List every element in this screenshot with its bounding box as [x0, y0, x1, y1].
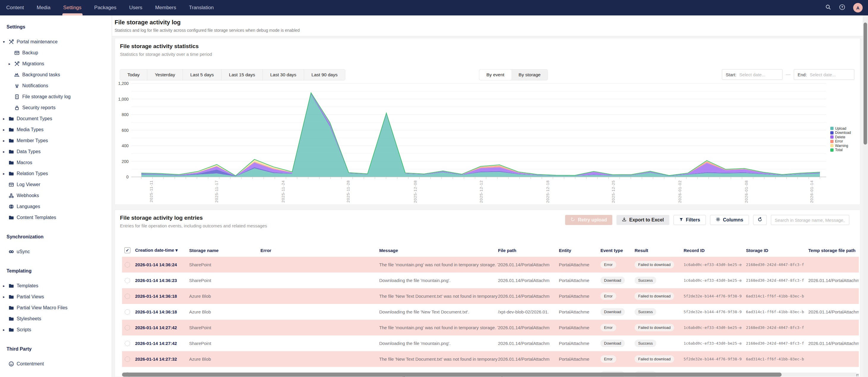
caret-right-icon[interactable]: ▸	[3, 128, 8, 132]
filters-button[interactable]: Filters	[674, 215, 706, 225]
retry-upload-button[interactable]: Retry upload	[565, 215, 612, 225]
sidebar-item-contentment[interactable]: Contentment	[0, 358, 112, 369]
table-row[interactable]: 2026-01-14 14:27:42SharePointThe file 'm…	[122, 320, 859, 336]
nav-item-media[interactable]: Media	[37, 0, 51, 15]
retry-icon	[570, 217, 575, 223]
sidebar-item-webhooks[interactable]: Webhooks	[0, 190, 112, 201]
sidebar-item-usync[interactable]: uSync	[0, 246, 112, 257]
column-header-message[interactable]: Message	[379, 248, 498, 253]
columns-button[interactable]: Columns	[710, 215, 749, 225]
table-row[interactable]: 2026-01-14 14:27:42SharePointDownloading…	[122, 336, 859, 351]
search-icon[interactable]	[825, 4, 831, 11]
sidebar-item-macros[interactable]: Macros	[0, 157, 112, 168]
table-row[interactable]: 2026-01-14 14:36:18Azure BlobThe file 'N…	[122, 288, 859, 304]
start-date-input[interactable]: Start: Select date...	[722, 69, 782, 80]
sidebar-item-portal-maintenance[interactable]: ▾Portal maintenance	[0, 36, 112, 47]
row-select-radio[interactable]	[125, 325, 130, 331]
column-header-storage-id[interactable]: Storage ID	[746, 248, 808, 253]
sidebar-item-file-storage-activity-log[interactable]: File storage activity log	[0, 91, 112, 102]
range-preset-yesterday[interactable]: Yesterday	[147, 69, 183, 80]
range-preset-last-5-days[interactable]: Last 5 days	[183, 69, 221, 80]
sidebar-item-security-reports[interactable]: Security reports	[0, 102, 112, 113]
legend-swatch-warning	[830, 144, 834, 147]
column-header-event-type[interactable]: Event type	[600, 248, 634, 253]
nav-item-packages[interactable]: Packages	[94, 0, 116, 15]
row-select-radio[interactable]	[125, 262, 130, 268]
nav-item-settings[interactable]: Settings	[63, 0, 81, 15]
sidebar-item-document-types[interactable]: ▸Document Types	[0, 113, 112, 124]
page-header: File storage activity log Statistics and…	[112, 15, 863, 36]
sidebar-item-scripts[interactable]: ▸Scripts	[0, 324, 112, 335]
table-row[interactable]: 2026-01-14 14:36:23SharePointDownloading…	[122, 273, 859, 288]
sidebar-item-partial-views[interactable]: ▸Partial Views	[0, 291, 112, 302]
sidebar-item-languages[interactable]: Languages	[0, 201, 112, 212]
sidebar-item-data-types[interactable]: ▸Data Types	[0, 146, 112, 157]
toggle-by-storage[interactable]: By storage	[512, 69, 548, 80]
sidebar-item-notifications[interactable]: Notifications	[0, 80, 112, 91]
file-alert-icon	[14, 94, 20, 100]
caret-right-icon[interactable]: ▸	[3, 328, 8, 332]
caret-right-icon[interactable]: ▸	[9, 62, 14, 66]
export-to-excel-button[interactable]: Export to Excel	[617, 215, 669, 225]
caret-right-icon[interactable]: ▸	[3, 171, 8, 176]
sidebar-item-content-templates[interactable]: Content Templates	[0, 212, 112, 223]
caret-right-icon[interactable]: ▸	[3, 284, 8, 288]
row-select-radio[interactable]	[125, 309, 130, 315]
sidebar-item-log-viewer[interactable]: Log Viewer	[0, 179, 112, 190]
user-avatar[interactable]: A	[853, 3, 863, 12]
range-preset-today[interactable]: Today	[120, 69, 147, 80]
column-header-result[interactable]: Result	[634, 248, 684, 253]
caret-right-icon[interactable]: ▸	[3, 117, 8, 121]
cell-file_path: /xpt-dev-blob-02/2026.01.	[498, 309, 559, 314]
end-date-input[interactable]: End: Select date...	[794, 69, 854, 80]
sidebar-item-media-types[interactable]: ▸Media Types	[0, 124, 112, 135]
row-select-radio[interactable]	[125, 341, 130, 346]
horizontal-scrollbar[interactable]	[122, 373, 857, 377]
sidebar-item-member-types[interactable]: ▸Member Types	[0, 135, 112, 146]
nav-item-users[interactable]: Users	[129, 0, 142, 15]
caret-right-icon[interactable]: ▸	[3, 138, 8, 143]
column-header-temp-storage-file-path[interactable]: Temp storage file path	[808, 248, 859, 253]
range-preset-last-30-days[interactable]: Last 30 days	[263, 69, 304, 80]
cell-storage_id: 2168ed30-242d-4047-8fc3-f	[746, 325, 808, 330]
help-icon[interactable]: ?	[839, 4, 845, 11]
column-header-storage-name[interactable]: Storage name	[189, 248, 260, 253]
reset-button[interactable]	[753, 215, 767, 225]
sidebar-item-partial-view-macro-files[interactable]: Partial View Macro Files	[0, 302, 112, 313]
nav-item-members[interactable]: Members	[155, 0, 176, 15]
toggle-by-event[interactable]: By event	[479, 69, 512, 80]
row-select-radio[interactable]	[125, 278, 130, 283]
sidebar-item-backup[interactable]: Backup	[0, 47, 112, 58]
range-preset-last-15-days[interactable]: Last 15 days	[221, 69, 263, 80]
column-header-file-path[interactable]: File path	[498, 248, 559, 253]
select-all-checkbox[interactable]: ✓	[124, 247, 130, 253]
column-header-error[interactable]: Error	[260, 248, 379, 253]
entries-card-title: File storage activity log entries	[120, 215, 203, 221]
sidebar-item-background-tasks[interactable]: Background tasks	[0, 69, 112, 80]
legend-item-download: Download	[830, 131, 851, 135]
nav-item-translation[interactable]: Translation	[189, 0, 214, 15]
sidebar-item-migrations[interactable]: ▸Migrations	[0, 58, 112, 69]
sidebar-item-stylesheets[interactable]: Stylesheets	[0, 313, 112, 324]
range-preset-last-90-days[interactable]: Last 90 days	[304, 69, 345, 80]
column-header-record-id[interactable]: Record ID	[684, 248, 746, 253]
sidebar-item-templates[interactable]: ▸Templates	[0, 280, 112, 291]
caret-down-icon[interactable]: ▾	[3, 40, 8, 44]
sidebar-item-relation-types[interactable]: ▸Relation Types	[0, 168, 112, 179]
caret-right-icon[interactable]: ▸	[3, 150, 8, 154]
table-row[interactable]: 2026-01-14 14:27:32Azure BlobThe file 'N…	[122, 351, 859, 367]
horizontal-scrollbar-thumb[interactable]	[122, 373, 782, 377]
column-header-creation-date-time[interactable]: Creation date-time ▾	[135, 248, 189, 253]
vertical-scrollbar-thumb[interactable]	[864, 23, 867, 145]
event-type-badge: Error	[600, 292, 616, 300]
table-row[interactable]: 2026-01-14 14:36:24SharePointThe file 'm…	[122, 257, 859, 273]
vertical-scrollbar[interactable]	[863, 15, 868, 377]
table-search-input[interactable]	[771, 215, 849, 225]
table-row[interactable]: 2026-01-14 14:36:18Azure BlobDownloading…	[122, 304, 859, 320]
nav-item-content[interactable]: Content	[6, 0, 24, 15]
row-select-radio[interactable]	[125, 356, 130, 362]
column-header-entity[interactable]: Entity	[559, 248, 600, 253]
caret-right-icon[interactable]: ▸	[3, 295, 8, 299]
row-select-radio[interactable]	[125, 293, 130, 299]
legend-swatch-error	[830, 140, 834, 143]
